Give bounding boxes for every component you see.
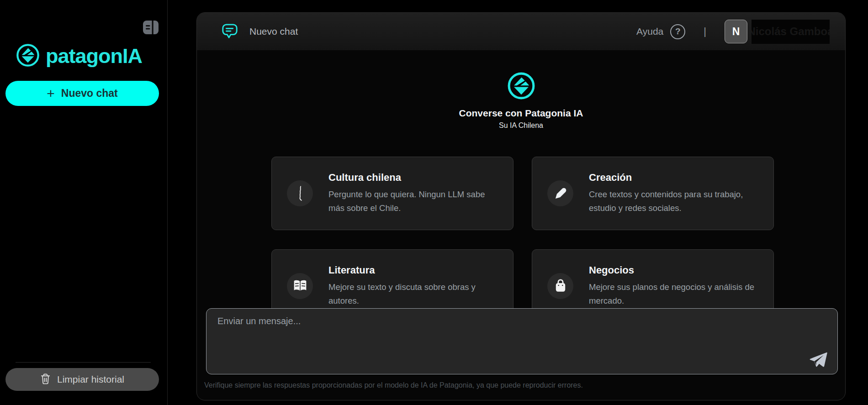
card-text: Literatura Mejore su texto y discuta sob… [328,264,500,308]
card-text: Cultura chilena Pergunte lo que quiera. … [328,172,500,215]
brand-logo: patagonIA [16,43,142,69]
user-name: Nicolás Gamboa [752,20,830,44]
card-text: Negocios Mejore sus planos de negocios y… [589,264,761,308]
clear-history-button[interactable]: Limpiar historial [5,368,159,391]
topbar-separator: | [704,26,706,37]
conversation-title: Nuevo chat [249,26,298,37]
card-title: Creación [589,172,761,184]
topbar: Nuevo chat Ayuda ? | N Nicolás Gamboa [197,13,845,50]
pencil-icon [547,180,573,206]
open-book-icon [287,273,313,299]
sidebar-toggle-icon [143,29,159,36]
card-description: Pergunte lo que quiera. Ningun LLM sabe … [328,188,500,215]
plus-icon: + [47,87,55,100]
message-composer [206,308,838,374]
card-creacion[interactable]: Creación Cree textos y contenidos para s… [532,157,774,230]
patagonia-app: patagonIA + Nuevo chat Limpiar historial [0,0,868,405]
card-cultura-chilena[interactable]: Cultura chilena Pergunte lo que quiera. … [271,157,513,230]
card-description: Mejore sus planos de negocios y análisis… [589,280,761,308]
hero-section: Converse con Patagonia IA Su IA Chilena [197,71,845,130]
hero-title: Converse con Patagonia IA [197,108,845,119]
send-button[interactable] [809,351,827,368]
ai-disclaimer: Verifique siempre las respuestas proporc… [204,381,583,389]
card-description: Cree textos y contenidos para su trabajo… [589,188,761,215]
card-title: Literatura [328,264,500,276]
gem-logo-icon [507,94,536,102]
new-chat-button[interactable]: + Nuevo chat [5,81,159,106]
sidebar-divider [16,362,151,363]
message-input[interactable] [206,309,796,374]
clear-history-label: Limpiar historial [57,374,124,385]
card-description: Mejore su texto y discuta sobre obras y … [328,280,500,308]
help-question-icon[interactable]: ? [670,24,685,39]
gem-logo-icon [16,43,40,69]
topbar-right-group: Ayuda ? | N Nicolás Gamboa [636,20,830,44]
shopping-bag-icon [547,273,573,299]
card-text: Creación Cree textos y contenidos para s… [589,172,761,215]
chile-map-icon [287,180,313,206]
main-panel: Nuevo chat Ayuda ? | N Nicolás Gamboa Co… [196,12,846,400]
user-avatar[interactable]: N [725,20,747,43]
paper-plane-icon [809,362,827,369]
brand-name: patagonIA [46,44,142,68]
trash-icon [40,373,51,386]
sidebar: patagonIA + Nuevo chat Limpiar historial [0,0,168,405]
card-title: Cultura chilena [328,172,500,184]
chat-bubble-icon [221,22,238,41]
sidebar-collapse-button[interactable] [143,21,159,34]
suggestion-cards: Cultura chilena Pergunte lo que quiera. … [271,157,774,323]
card-title: Negocios [589,264,761,276]
hero-subtitle: Su IA Chilena [197,121,845,130]
help-link[interactable]: Ayuda [636,26,663,37]
new-chat-button-label: Nuevo chat [61,87,118,100]
